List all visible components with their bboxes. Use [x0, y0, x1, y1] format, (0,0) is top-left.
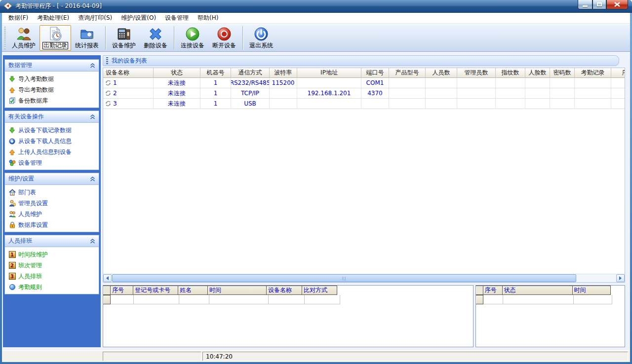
caption-grip[interactable]: [106, 57, 108, 64]
column-header[interactable]: 时间: [572, 286, 611, 295]
column-header[interactable]: 波特率: [270, 68, 297, 78]
disconnect-device-button[interactable]: 断开设备: [208, 25, 240, 51]
sidebar-item-label: 上传人员信息到设备: [18, 148, 72, 156]
column-header[interactable]: 比对方式: [302, 286, 337, 295]
menu-maintenance[interactable]: 维护/设置(O): [117, 12, 160, 24]
sidebar-item-backup-database[interactable]: 备份数据库: [5, 95, 99, 106]
column-header[interactable]: 序列号: [611, 68, 625, 78]
sidebar-item-admin-settings[interactable]: 管理员设置: [5, 198, 99, 209]
device-name: 3: [113, 100, 117, 107]
scroll-left-button[interactable]: [103, 274, 112, 282]
window-frame: 数据(F) 考勤处理(E) 查询/打印(S) 维护/设置(O) 设备管理 帮助(…: [0, 13, 632, 364]
delete-x-icon: [148, 26, 163, 42]
sidebar-section-maintenance: 维护/设置: [4, 173, 99, 232]
connect-device-button[interactable]: 连接设备: [177, 25, 208, 51]
column-header[interactable]: IP地址: [297, 68, 361, 78]
staff-maintenance-button[interactable]: 人员维护: [8, 25, 40, 51]
section-header-maintenance[interactable]: 维护/设置: [5, 173, 99, 185]
column-header[interactable]: 状态: [154, 68, 200, 78]
column-header[interactable]: 姓名: [178, 286, 208, 295]
scrollbar-thumb[interactable]: [112, 274, 576, 282]
column-header[interactable]: 设备名称: [266, 286, 302, 295]
device-status: 未连接: [154, 88, 200, 99]
column-header[interactable]: 登记号或卡号: [133, 286, 178, 295]
sidebar-item-attendance-rules[interactable]: 考勤规则: [5, 282, 99, 292]
people-icon: [16, 26, 32, 42]
ip-address: [297, 78, 361, 88]
report-folder-icon: [79, 26, 95, 42]
column-header[interactable]: 人员数: [426, 68, 457, 78]
column-header[interactable]: 序号: [110, 286, 133, 295]
menu-device[interactable]: 设备管理: [160, 12, 193, 24]
badge-2-icon: 2: [8, 262, 16, 269]
window-titlebar[interactable]: 考勤管理程序 - [ - 2016-04-09]: [0, 0, 632, 13]
sidebar-item-download-records[interactable]: 从设备下载记录数据: [5, 125, 99, 136]
section-header-device-operations[interactable]: 有关设备操作: [5, 111, 99, 123]
chevron-right-icon: [619, 276, 624, 280]
column-header[interactable]: 考勤记录: [575, 68, 611, 78]
baud-rate: [270, 88, 297, 99]
device-row[interactable]: 1 未连接 1 RS232/RS485 115200 COM1: [103, 78, 625, 88]
device-status: 未连接: [154, 78, 200, 88]
column-header[interactable]: 机器号: [200, 68, 231, 78]
chevron-up-icon[interactable]: [90, 114, 95, 119]
sidebar: 数据管理 导入考勤数据: [3, 55, 101, 347]
row-selector-cell: [475, 295, 483, 304]
sidebar-item-upload-staff[interactable]: 上传人员信息到设备: [5, 146, 99, 157]
sidebar-item-import-attendance[interactable]: 导入考勤数据: [5, 73, 99, 84]
device-name: 2: [113, 90, 117, 97]
chevron-up-icon[interactable]: [90, 63, 95, 68]
column-header[interactable]: 时间: [207, 286, 267, 295]
sidebar-item-download-staff[interactable]: 从设备下载人员信息: [5, 136, 99, 146]
sidebar-item-shift-management[interactable]: 2 班次管理: [5, 260, 99, 271]
section-title: 维护/设置: [8, 175, 34, 183]
menu-query-print[interactable]: 查询/打印(S): [74, 12, 117, 24]
column-header[interactable]: 设备名称: [103, 68, 154, 78]
sidebar-item-department-table[interactable]: 部门表: [5, 187, 99, 198]
column-header[interactable]: 产品型号: [389, 68, 426, 78]
sidebar-item-label: 考勤规则: [18, 283, 42, 291]
column-header[interactable]: 人脸数: [525, 68, 550, 78]
device-row[interactable]: 3 未连接 1 USB: [103, 99, 625, 109]
menu-help[interactable]: 帮助(H): [193, 12, 223, 24]
exit-system-button[interactable]: 退出系统: [245, 25, 277, 51]
column-header[interactable]: 通信方式: [231, 68, 270, 78]
menu-attendance[interactable]: 考勤处理(E): [33, 12, 74, 24]
toolbar-grip[interactable]: [4, 27, 6, 49]
sidebar-item-device-management[interactable]: 设备管理: [5, 157, 99, 168]
sidebar-item-time-period[interactable]: 1 时间段维护: [5, 249, 99, 260]
chevron-up-icon[interactable]: [90, 177, 95, 182]
menu-data[interactable]: 数据(F): [4, 12, 33, 24]
scroll-right-button[interactable]: [616, 274, 625, 282]
sidebar-item-staff-scheduling[interactable]: 3 人员排班: [5, 271, 99, 282]
scrollbar-track[interactable]: [112, 274, 616, 282]
column-header[interactable]: 管理员数: [457, 68, 496, 78]
toolbar-separator: [242, 26, 243, 50]
close-button[interactable]: [606, 0, 628, 9]
section-header-data-management[interactable]: 数据管理: [5, 60, 99, 72]
sidebar-item-staff-maintenance[interactable]: 人员维护: [5, 209, 99, 219]
column-header[interactable]: 序号: [483, 286, 503, 295]
statistics-report-button[interactable]: 统计报表: [71, 25, 103, 51]
minimize-button[interactable]: [578, 0, 592, 9]
row-selector-header: [103, 286, 111, 295]
sidebar-item-export-attendance[interactable]: 导出考勤数据: [5, 84, 99, 95]
orange-up-arrow-icon: [8, 86, 16, 94]
column-header[interactable]: 密码数: [550, 68, 575, 78]
backup-database-icon: [8, 97, 16, 105]
column-header[interactable]: 状态: [502, 286, 573, 295]
comm-mode: RS232/RS485: [231, 78, 270, 88]
delete-device-button[interactable]: 删除设备: [140, 25, 171, 51]
column-header[interactable]: 指纹数: [496, 68, 525, 78]
sidebar-item-database-settings[interactable]: 数据库设置: [5, 219, 99, 230]
attendance-record-button[interactable]: 出勤记录: [40, 25, 71, 51]
maximize-button[interactable]: [592, 0, 606, 9]
column-header[interactable]: 端口号: [361, 68, 389, 78]
device-maintenance-button[interactable]: 设备维护: [108, 25, 140, 51]
section-header-scheduling[interactable]: 人员排班: [5, 235, 99, 247]
chevron-up-icon[interactable]: [90, 239, 95, 244]
sidebar-item-label: 备份数据库: [18, 97, 48, 105]
orange-up-arrow-icon: [8, 148, 16, 156]
department-house-icon: [8, 189, 16, 196]
device-row[interactable]: 2 未连接 1 TCP/IP 192.168.1.201 4370: [103, 88, 625, 99]
